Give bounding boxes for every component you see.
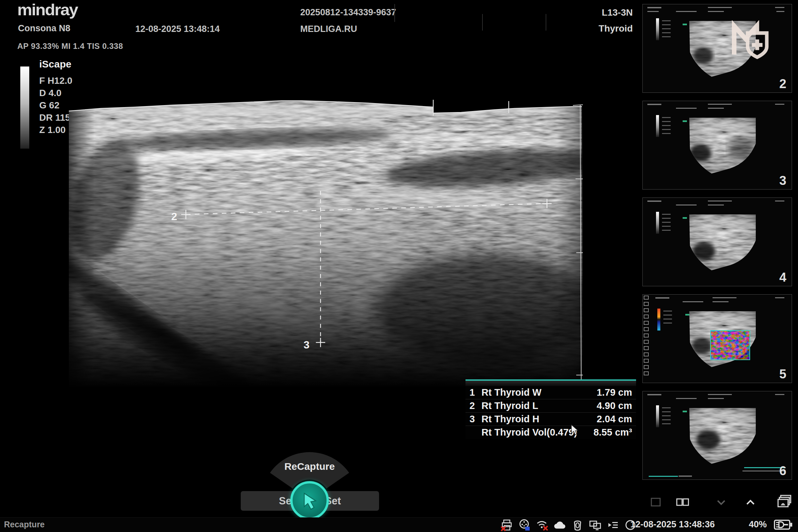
thumbnail-2[interactable]: 2 <box>642 4 792 93</box>
dual-frame-icon[interactable] <box>676 495 690 509</box>
thumbnail-number: 2 <box>779 77 786 91</box>
grayscale-bar <box>20 66 29 149</box>
thumbnail-5-image <box>680 307 764 373</box>
site-name: MEDLIGA.RU <box>300 24 357 34</box>
dual-display-icon[interactable] <box>589 518 602 532</box>
thumbnail-4[interactable]: 4 <box>642 197 792 286</box>
image-gallery-icon[interactable] <box>775 493 794 511</box>
recapture-label[interactable]: ReCapture <box>260 461 359 472</box>
param-gain: G 62 <box>39 100 59 110</box>
result-label: Rt Thyroid H <box>481 414 597 424</box>
thumbnail-4-image <box>680 210 764 276</box>
speckle-texture <box>69 100 583 388</box>
param-zoom: Z 1.00 <box>39 125 65 135</box>
header-divider <box>394 4 395 22</box>
print-error-icon[interactable] <box>500 518 514 532</box>
pointer-arrow-icon <box>299 490 320 511</box>
cine-clip-icon[interactable] <box>518 518 531 532</box>
current-function-label: Recapture <box>4 520 44 529</box>
result-row-width: 1 Rt Thyroid W 1.79 cm <box>466 386 636 399</box>
ultrasound-panorama-image: 2 3 <box>69 100 583 388</box>
thumbnail-3-image <box>680 113 764 179</box>
result-index: 1 <box>470 387 481 398</box>
thumbnail-6[interactable]: 6 <box>642 391 792 480</box>
param-dynamic-range: DR 115 <box>39 112 70 123</box>
thumbnail-6-image <box>680 403 764 469</box>
system-model: Consona N8 <box>18 23 71 34</box>
result-index: 3 <box>470 414 481 424</box>
cine-clip-filmstrip <box>644 296 651 382</box>
clinic-logo-icon <box>729 20 772 63</box>
result-value: 2.04 cm <box>597 414 632 424</box>
result-value: 1.79 cm <box>597 387 632 398</box>
exam-preset[interactable]: Thyroid <box>598 23 633 34</box>
probe-name[interactable]: L13-3N <box>602 7 633 18</box>
result-label: Rt Thyroid W <box>481 387 597 398</box>
imaging-mode-label: iScape <box>39 58 72 70</box>
result-value: 8.55 cm³ <box>593 427 632 438</box>
ultrasound-system-screen: mindray Consona N8 12-08-2025 13:48:14 2… <box>0 0 798 532</box>
param-frequency: F H12.0 <box>39 75 73 86</box>
brand-logo: mindray <box>17 1 77 19</box>
exam-datetime: 12-08-2025 13:48:14 <box>135 24 220 34</box>
recycle-bin-icon[interactable] <box>571 518 584 532</box>
result-label: Rt Thyroid L <box>481 400 597 411</box>
result-row-length: 2 Rt Thyroid L 4.90 cm <box>466 399 636 413</box>
thumbnail-scale-line <box>649 476 678 477</box>
param-depth: D 4.0 <box>39 88 61 98</box>
mouse-cursor <box>570 424 580 436</box>
image-parameters: F H12.0 D 4.0 G 62 DR 115 Z 1.00 <box>39 75 73 136</box>
thumbnail-number: 5 <box>779 367 786 381</box>
task-queue-icon[interactable] <box>606 518 620 532</box>
thumbnail-number: 4 <box>779 270 786 285</box>
wifi-off-icon[interactable] <box>536 518 549 532</box>
battery-ac-icon[interactable] <box>773 518 793 531</box>
status-icon-tray <box>500 518 637 532</box>
header-divider <box>546 14 546 31</box>
thumbnail-number: 3 <box>779 174 786 188</box>
thumbnail-number: 6 <box>779 464 786 478</box>
thumbnail-5[interactable]: 5 <box>642 294 792 383</box>
measurement-results-box: 1 Rt Thyroid W 1.79 cm 2 Rt Thyroid L 4.… <box>466 379 636 439</box>
battery-percent: 40% <box>749 519 767 530</box>
ultrasound-image-area: 2 3 <box>69 100 583 388</box>
acoustic-output-readout: AP 93.33% MI 1.4 TIS 0.338 <box>17 41 123 51</box>
header-divider <box>482 14 483 31</box>
statusbar-datetime: 12-08-2025 13:48:36 <box>630 519 715 530</box>
thumbnail-3[interactable]: 3 <box>642 101 792 190</box>
trackball-cursor-indicator <box>290 481 329 520</box>
caliper-3-label: 3 <box>304 339 309 351</box>
cloud-icon[interactable] <box>553 518 567 532</box>
result-value: 4.90 cm <box>597 400 632 411</box>
chevron-up-icon[interactable] <box>743 495 757 509</box>
results-header-strip <box>466 381 636 386</box>
result-row-height: 3 Rt Thyroid H 2.04 cm <box>466 413 636 426</box>
single-frame-icon[interactable] <box>649 495 663 509</box>
result-index: 2 <box>470 400 481 411</box>
chevron-down-icon[interactable] <box>714 495 728 509</box>
thumbnail-scale-label <box>679 475 692 477</box>
result-row-volume: Rt Thyroid Vol(0.479) 8.55 cm³ <box>466 426 636 439</box>
exam-id: 20250812-134339-9637 <box>300 7 396 18</box>
caliper-2-label: 2 <box>171 210 177 223</box>
